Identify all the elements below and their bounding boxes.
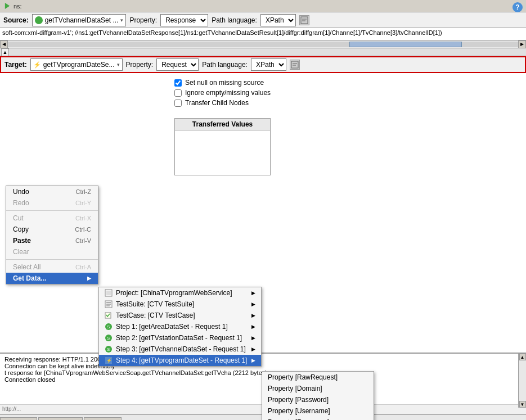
prop-domain[interactable]: Property [Domain] — [262, 383, 374, 394]
menu-get-data[interactable]: Get Data... ▶ — [6, 273, 98, 284]
log-tab-wsrm[interactable]: wsrm log — [0, 417, 37, 420]
submenu-step2[interactable]: S Step 2: [getTVstationDataSet - Request… — [99, 332, 261, 344]
transferred-table: Transferred Values — [174, 118, 271, 175]
transferred-values-section: Transferred Values — [174, 118, 271, 175]
checkbox-null[interactable] — [174, 79, 182, 87]
expand-row: ▲ — [0, 48, 526, 56]
svg-text:S: S — [107, 336, 110, 341]
submenu-project[interactable]: Project: [ChinaTVprogramWebService] ▶ — [99, 287, 261, 299]
log-tab-memory[interactable]: memory log — [38, 417, 83, 420]
source-toolbar: Source: getTVchannelDataSet ... ▾ Proper… — [0, 12, 526, 28]
ns-label: ns: — [14, 3, 22, 10]
scroll-right-btn[interactable]: ▶ — [518, 40, 526, 48]
menu-redo[interactable]: Redo Ctrl-Y — [6, 197, 98, 209]
menu-sep2 — [6, 259, 98, 260]
submenu-testsuite-label: TestSuite: [CTV TestSuite] — [116, 300, 194, 308]
url-text: http://... — [2, 406, 21, 412]
svg-rect-7 — [106, 291, 111, 295]
expand-btn[interactable]: ▲ — [1, 48, 9, 56]
svg-rect-0 — [301, 17, 308, 24]
menu-sep1 — [6, 210, 98, 211]
submenu-step3[interactable]: S Step 3: [getTVchannelDataSet - Request… — [99, 344, 261, 355]
checkbox-ignore-row: Ignore empty/missing values — [174, 89, 271, 97]
submenu-step4-arrow: ▶ — [251, 358, 255, 363]
log-scroll-up[interactable]: ▲ — [519, 354, 526, 360]
log-scrollbar[interactable]: ▲ ▼ — [518, 354, 526, 408]
submenu-step1-arrow: ▶ — [251, 324, 255, 329]
help-icon[interactable]: ? — [512, 2, 523, 12]
source-property-select[interactable]: Response — [160, 14, 208, 26]
menu-get-data-label: Get Data... — [13, 274, 46, 282]
scroll-left-btn[interactable]: ◀ — [0, 40, 8, 48]
submenu-step2-label: Step 2: [getTVstationDataSet - Request 1… — [116, 334, 242, 342]
log-tab-script[interactable]: script log — [84, 417, 121, 420]
target-dataset-icon: ⚡ — [33, 61, 41, 69]
checkbox-null-row: Set null on missing source — [174, 79, 271, 87]
menu-copy-shortcut: Ctrl-C — [75, 226, 91, 233]
scrollbar-track[interactable] — [8, 42, 518, 47]
step2-icon: S — [105, 334, 113, 342]
main-area: Set null on missing source Ignore empty/… — [0, 73, 526, 353]
top-bar: ns: ? — [0, 0, 526, 12]
menu-clear-label: Clear — [13, 248, 29, 256]
target-path-language-select[interactable]: XPath — [251, 58, 286, 71]
menu-undo-label: Undo — [13, 188, 29, 196]
prop-password[interactable]: Property [Password] — [262, 394, 374, 405]
submenu-step3-arrow: ▶ — [251, 346, 255, 352]
submenu-step2-arrow: ▶ — [251, 335, 255, 341]
source-dataset-dropdown[interactable]: getTVchannelDataSet ... ▾ — [32, 14, 127, 26]
svg-text:S: S — [107, 347, 110, 352]
menu-get-data-arrow: ▶ — [87, 276, 91, 281]
menu-cut[interactable]: Cut Ctrl-X — [6, 213, 98, 224]
checkbox-transfer-row: Transfer Child Nodes — [174, 99, 271, 107]
menu-redo-label: Redo — [13, 199, 29, 207]
log-line-1: Receiving response: HTTP/1.1 200 OK — [5, 356, 521, 363]
checkbox-transfer[interactable] — [174, 100, 182, 107]
target-property-select[interactable]: Request — [156, 58, 199, 71]
transferred-cell — [175, 130, 271, 175]
source-path-edit-icon[interactable] — [299, 15, 309, 25]
target-path-language-label: Path language: — [202, 61, 248, 69]
svg-text:⚡: ⚡ — [106, 358, 112, 363]
menu-redo-shortcut: Ctrl-Y — [75, 200, 91, 206]
submenu-step4[interactable]: ⚡ Step 4: [getTVprogramDateSet - Request… — [99, 355, 261, 366]
submenu-testcase-label: TestCase: [CTV TestCase] — [116, 311, 195, 319]
property-label: Property: — [129, 16, 157, 24]
svg-rect-3 — [291, 61, 298, 68]
prop-username[interactable]: Property [Username] — [262, 405, 374, 417]
menu-paste-shortcut: Ctrl-V — [75, 237, 91, 244]
menu-undo-shortcut: Ctrl-Z — [76, 188, 92, 195]
target-dataset-dropdown[interactable]: ⚡ getTVprogramDateSe... ▾ — [30, 58, 123, 71]
source-scrollbar[interactable]: ◀ ▶ — [0, 40, 526, 48]
log-scroll-down[interactable]: ▼ — [519, 401, 526, 408]
menu-cut-label: Cut — [13, 214, 24, 222]
menu-select-all[interactable]: Select All Ctrl-A — [6, 261, 98, 273]
checkbox-ignore[interactable] — [174, 89, 182, 97]
context-menu: Undo Ctrl-Z Redo Ctrl-Y Cut Ctrl-X Copy … — [6, 186, 98, 284]
target-path-edit-icon[interactable] — [290, 60, 300, 70]
menu-select-all-label: Select All — [13, 263, 41, 271]
prop-response[interactable]: Property [Response] — [262, 417, 374, 420]
submenu-testsuite[interactable]: TestSuite: [CTV TestSuite] ▶ — [99, 299, 261, 310]
menu-paste[interactable]: Paste Ctrl-V — [6, 235, 98, 246]
submenu-testcase-arrow: ▶ — [251, 313, 255, 318]
svg-text:S: S — [107, 324, 110, 329]
scrollbar-thumb[interactable] — [349, 42, 462, 47]
menu-select-all-shortcut: Ctrl-A — [75, 264, 91, 270]
options-panel: Set null on missing source Ignore empty/… — [174, 79, 271, 175]
source-dataset-icon — [35, 16, 43, 24]
testsuite-icon — [105, 300, 113, 308]
menu-clear[interactable]: Clear — [6, 246, 98, 258]
prop-rawrequest[interactable]: Property [RawRequest] — [262, 372, 374, 383]
submenu-testcase[interactable]: TestCase: [CTV TestCase] ▶ — [99, 310, 261, 321]
step1-icon: S — [105, 323, 113, 331]
menu-paste-label: Paste — [13, 237, 31, 245]
menu-copy-label: Copy — [13, 225, 29, 233]
transferred-header: Transferred Values — [175, 119, 271, 130]
menu-undo[interactable]: Undo Ctrl-Z — [6, 186, 98, 197]
submenu-project-arrow: ▶ — [251, 290, 255, 296]
menu-copy[interactable]: Copy Ctrl-C — [6, 224, 98, 235]
step4-icon: ⚡ — [105, 356, 113, 364]
source-path-language-select[interactable]: XPath — [260, 14, 296, 26]
submenu-step1[interactable]: S Step 1: [getAreaDataSet - Request 1] ▶ — [99, 321, 261, 332]
